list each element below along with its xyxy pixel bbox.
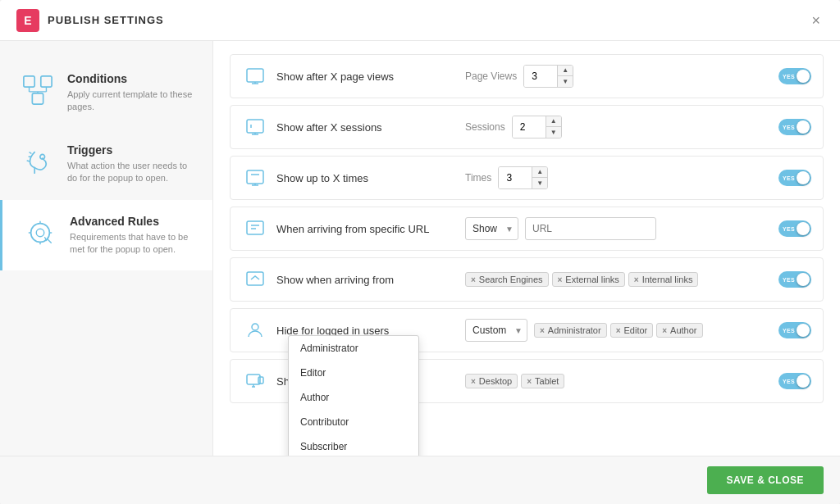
advanced-rules-text: Advanced Rules Requirements that have to… [70, 215, 193, 257]
svg-rect-31 [247, 272, 263, 285]
tag-external-links-close[interactable]: × [558, 275, 563, 284]
logged-in-controls: Custom All None ▼ × Administrator × [465, 319, 770, 342]
tag-author: × Author [656, 323, 702, 338]
svg-rect-0 [24, 76, 34, 87]
sessions-spinner: ▲ ▼ [546, 116, 561, 138]
tag-author-close[interactable]: × [662, 326, 667, 335]
header-left: E PUBLISH SETTINGS [16, 9, 164, 32]
sessions-input[interactable] [513, 116, 546, 138]
tag-internal-links-label: Internal links [642, 275, 693, 284]
tag-search-engines-label: Search Engines [479, 275, 543, 284]
svg-line-9 [27, 161, 30, 161]
sidebar-item-triggers[interactable]: Triggers What action the user needs to d… [0, 129, 212, 200]
logged-in-icon [242, 317, 268, 343]
tag-administrator-close[interactable]: × [540, 326, 545, 335]
advanced-rules-icon [22, 215, 58, 251]
arriving-from-controls: × Search Engines × External links × Inte… [465, 272, 770, 287]
sessions-label: Show after X sessions [276, 121, 457, 134]
logged-in-toggle[interactable]: YES [778, 322, 811, 338]
specific-url-toggle[interactable]: YES [778, 220, 811, 237]
specific-url-row: When arriving from specific URL Show Hid… [230, 207, 824, 251]
tag-editor-label: Editor [623, 325, 647, 335]
logged-in-tags: × Administrator × Editor × Author [534, 323, 703, 338]
tag-author-label: Author [670, 325, 696, 335]
arriving-from-row: Show when arriving from × Search Engines… [230, 257, 824, 302]
sessions-input-wrap: ▲ ▼ [512, 116, 562, 138]
devices-controls: × Desktop × Tablet [465, 374, 770, 388]
tag-desktop: × Desktop [465, 374, 518, 388]
conditions-desc: Apply current template to these pages. [67, 89, 193, 114]
elementor-logo: E [16, 9, 39, 32]
svg-rect-1 [41, 76, 52, 87]
conditions-label: Conditions [67, 72, 193, 85]
modal-body: Conditions Apply current template to the… [0, 41, 840, 456]
svg-point-12 [36, 229, 44, 237]
page-views-input-wrap: ▲ ▼ [523, 65, 573, 88]
devices-tags: × Desktop × Tablet [465, 374, 564, 388]
tag-internal-links: × Internal links [628, 272, 699, 287]
conditions-text: Conditions Apply current template to the… [67, 72, 193, 114]
specific-url-select-wrap: Show Hide ▼ [465, 217, 518, 240]
sessions-up[interactable]: ▲ [546, 116, 561, 127]
dropdown-item-subscriber[interactable]: Subscriber [289, 434, 418, 456]
times-icon [242, 165, 268, 191]
sidebar-item-advanced-rules[interactable]: Advanced Rules Requirements that have to… [0, 200, 212, 271]
triggers-icon [20, 143, 56, 179]
tag-search-engines-close[interactable]: × [471, 275, 476, 284]
dropdown-item-administrator[interactable]: Administrator [289, 336, 418, 361]
arriving-from-toggle[interactable]: YES [778, 271, 811, 288]
devices-toggle[interactable]: YES [778, 373, 811, 389]
tag-tablet-label: Tablet [535, 376, 559, 386]
sessions-toggle[interactable]: YES [778, 119, 811, 135]
svg-rect-28 [247, 221, 263, 234]
times-sub-label: Times [465, 172, 491, 184]
tag-desktop-close[interactable]: × [471, 377, 476, 386]
dropdown-item-author[interactable]: Author [289, 385, 418, 410]
specific-url-controls: Show Hide ▼ [465, 217, 770, 240]
sessions-down[interactable]: ▼ [546, 127, 561, 138]
tag-external-links: × External links [552, 272, 625, 287]
times-input-wrap: ▲ ▼ [498, 166, 548, 189]
dropdown-item-contributor[interactable]: Contributor [289, 410, 418, 434]
page-views-input[interactable] [524, 66, 557, 87]
tag-internal-links-close[interactable]: × [634, 275, 639, 284]
times-spinner: ▲ ▼ [532, 166, 547, 189]
arriving-from-tags: × Search Engines × External links × Inte… [465, 272, 698, 287]
conditions-icon [20, 72, 56, 108]
specific-url-icon [242, 216, 268, 242]
modal-title: PUBLISH SETTINGS [48, 14, 164, 26]
sessions-controls: Sessions ▲ ▼ [465, 116, 770, 138]
logged-in-select[interactable]: Custom All None [465, 319, 527, 342]
specific-url-label: When arriving from specific URL [276, 223, 457, 235]
specific-url-input[interactable] [525, 217, 656, 240]
arriving-from-icon [242, 266, 268, 293]
times-input[interactable] [499, 167, 532, 188]
svg-line-10 [30, 152, 32, 153]
times-up[interactable]: ▲ [532, 166, 547, 178]
dropdown-item-editor[interactable]: Editor [289, 361, 418, 385]
times-down[interactable]: ▼ [532, 178, 547, 189]
save-close-button[interactable]: SAVE & CLOSE [707, 466, 824, 494]
tag-search-engines: × Search Engines [465, 272, 549, 287]
page-views-sub-label: Page Views [465, 70, 517, 82]
page-views-toggle[interactable]: YES [778, 68, 811, 84]
modal-footer: SAVE & CLOSE [0, 456, 840, 504]
tag-desktop-label: Desktop [479, 376, 512, 386]
svg-rect-2 [32, 93, 43, 104]
svg-rect-20 [247, 120, 263, 133]
page-views-up[interactable]: ▲ [558, 65, 573, 76]
publish-settings-modal: E PUBLISH SETTINGS × [0, 0, 840, 504]
times-controls: Times ▲ ▼ [465, 166, 770, 189]
tag-external-links-label: External links [565, 275, 619, 284]
sidebar-item-conditions[interactable]: Conditions Apply current template to the… [0, 57, 212, 129]
logged-in-row: Hide for logged in users Custom All None… [230, 308, 824, 352]
tag-tablet: × Tablet [521, 374, 564, 388]
close-button[interactable]: × [808, 10, 824, 31]
tag-editor-close[interactable]: × [616, 326, 621, 335]
specific-url-select[interactable]: Show Hide [465, 217, 518, 240]
times-toggle[interactable]: YES [778, 170, 811, 186]
triggers-text: Triggers What action the user needs to d… [67, 143, 193, 185]
page-views-down[interactable]: ▼ [558, 76, 573, 88]
triggers-label: Triggers [67, 143, 193, 157]
tag-tablet-close[interactable]: × [527, 377, 532, 386]
